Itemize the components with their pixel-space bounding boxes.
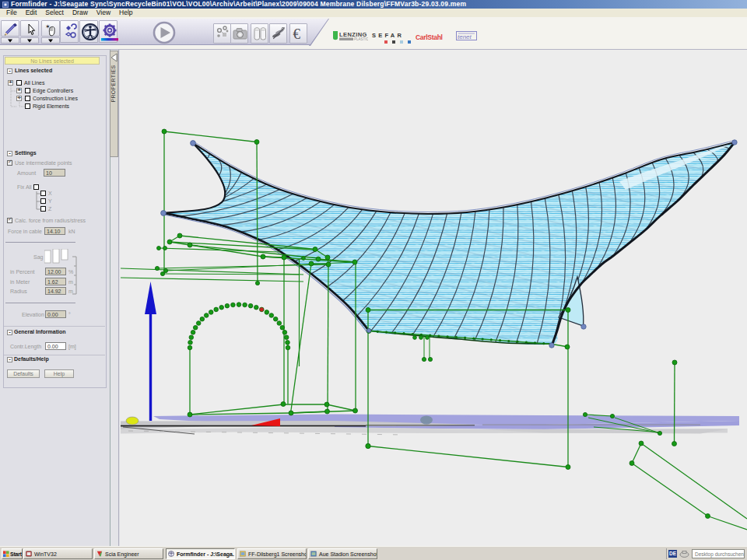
svg-text:tenet: tenet — [458, 33, 472, 40]
svg-text:PLASTICS: PLASTICS — [354, 37, 368, 41]
svg-text:€: € — [293, 26, 301, 42]
